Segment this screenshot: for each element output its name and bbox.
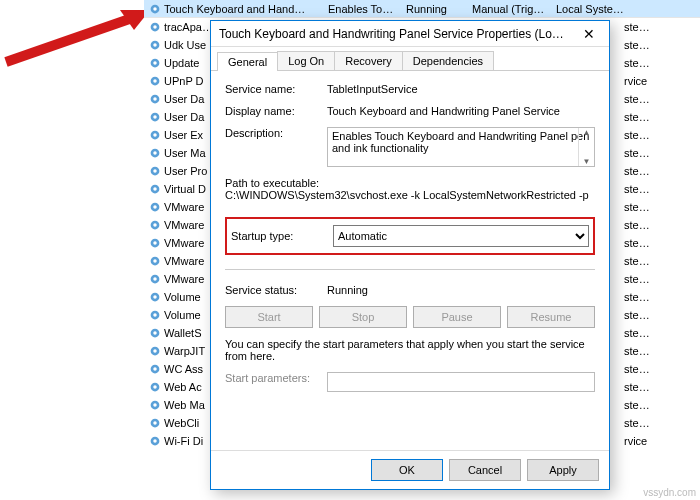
service-logon: ste… [620,147,700,159]
svg-point-43 [153,367,157,371]
service-name: VMware [164,219,204,231]
service-name: User Da [164,111,204,123]
start-parameters-label: Start parameters: [225,372,317,392]
pause-button[interactable]: Pause [413,306,501,328]
service-logon: ste… [620,39,700,51]
gear-icon [148,344,162,358]
service-logon: ste… [620,345,700,357]
services-header-row[interactable]: Touch Keyboard and Hand… Enables Tou… Ru… [144,0,700,18]
gear-icon [148,56,162,70]
start-parameters-hint: You can specify the start parameters tha… [225,338,595,362]
resume-button[interactable]: Resume [507,306,595,328]
dialog-action-bar: OK Cancel Apply [211,450,609,489]
cancel-button[interactable]: Cancel [449,459,521,481]
svg-point-45 [153,385,157,389]
svg-point-41 [153,349,157,353]
svg-point-23 [153,187,157,191]
svg-point-51 [153,439,157,443]
service-name: VMware [164,255,204,267]
service-name: VMware [164,237,204,249]
service-name: Volume [164,309,201,321]
gear-icon [148,362,162,376]
svg-point-17 [153,133,157,137]
svg-point-13 [153,97,157,101]
gear-icon [148,308,162,322]
service-logon: ste… [620,201,700,213]
display-name-label: Display name: [225,105,317,117]
start-button[interactable]: Start [225,306,313,328]
divider [225,269,595,270]
service-name: Web Ac [164,381,202,393]
apply-button[interactable]: Apply [527,459,599,481]
svg-point-7 [153,43,157,47]
col-status: Running [402,3,468,15]
gear-icon [148,290,162,304]
gear-icon [148,380,162,394]
stop-button[interactable]: Stop [319,306,407,328]
chevron-down-icon[interactable]: ▼ [583,157,591,166]
svg-point-15 [153,115,157,119]
chevron-up-icon[interactable]: ▲ [583,128,591,137]
scrollbar[interactable]: ▲▼ [578,128,594,166]
gear-icon [148,164,162,178]
service-logon: ste… [620,129,700,141]
service-logon: ste… [620,327,700,339]
path-value: C:\WINDOWS\System32\svchost.exe -k Local… [225,189,595,201]
service-logon: ste… [620,255,700,267]
service-name: VMware [164,201,204,213]
start-parameters-input[interactable] [327,372,595,392]
service-name: Web Ma [164,399,205,411]
svg-point-3 [153,7,157,11]
service-name: User Ex [164,129,203,141]
close-icon[interactable]: ✕ [569,26,609,42]
service-properties-dialog: Touch Keyboard and Handwriting Panel Ser… [210,20,610,490]
description-box[interactable]: Enables Touch Keyboard and Handwriting P… [327,127,595,167]
svg-point-9 [153,61,157,65]
annotation-arrow [0,0,160,70]
service-name: WarpJIT [164,345,205,357]
gear-icon [148,434,162,448]
gear-icon [148,74,162,88]
gear-icon [148,20,162,34]
service-name: tracApa… [164,21,213,33]
description-text: Enables Touch Keyboard and Handwriting P… [332,130,589,154]
startup-type-select[interactable]: Automatic [333,225,589,247]
gear-icon [148,218,162,232]
svg-point-31 [153,259,157,263]
tab-general-pane: Service name: TabletInputService Display… [211,71,609,450]
service-logon: ste… [620,363,700,375]
service-name-value: TabletInputService [327,83,595,95]
service-name: WebCli [164,417,199,429]
service-status-label: Service status: [225,284,317,296]
svg-point-29 [153,241,157,245]
gear-icon [148,182,162,196]
dialog-titlebar[interactable]: Touch Keyboard and Handwriting Panel Ser… [211,21,609,47]
svg-point-39 [153,331,157,335]
service-name: Udk Use [164,39,206,51]
service-logon: ste… [620,93,700,105]
service-logon: ste… [620,237,700,249]
col-desc: Enables Tou… [324,3,402,15]
tab-general[interactable]: General [217,52,278,71]
svg-point-47 [153,403,157,407]
tab-recovery[interactable]: Recovery [334,51,402,70]
svg-point-5 [153,25,157,29]
service-logon: ste… [620,219,700,231]
tab-logon[interactable]: Log On [277,51,335,70]
gear-icon [148,2,162,16]
service-name: Update [164,57,199,69]
service-name: VMware [164,273,204,285]
service-name: UPnP D [164,75,204,87]
service-name: Volume [164,291,201,303]
svg-point-21 [153,169,157,173]
svg-point-35 [153,295,157,299]
svg-point-33 [153,277,157,281]
svg-point-27 [153,223,157,227]
service-logon: ste… [620,57,700,69]
watermark: vssydn.com [643,487,696,498]
service-logon: ste… [620,111,700,123]
description-label: Description: [225,127,317,167]
startup-type-highlight: Startup type: Automatic [225,217,595,255]
tab-dependencies[interactable]: Dependencies [402,51,494,70]
ok-button[interactable]: OK [371,459,443,481]
